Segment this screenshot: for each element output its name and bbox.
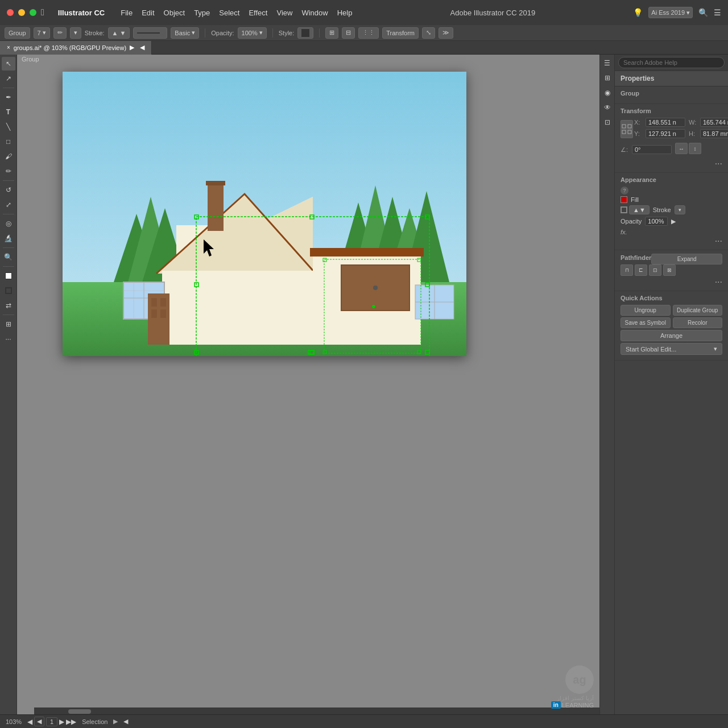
question-icon[interactable]: ? [621, 187, 628, 195]
menu-effect[interactable]: Effect [249, 9, 267, 17]
ungroup-btn[interactable]: Ungroup [621, 305, 671, 316]
layer-num-btn[interactable]: 7 ▾ [34, 27, 50, 39]
layers-icon-btn[interactable]: ☰ [601, 57, 614, 69]
zoom-display[interactable]: 103% [6, 718, 22, 725]
direct-select-tool[interactable]: ↗ [2, 72, 15, 85]
pf-exclude-btn[interactable]: ⊠ [663, 264, 676, 276]
stroke-btn[interactable] [2, 284, 15, 297]
stroke-color-btn[interactable] [133, 27, 167, 39]
w-value[interactable]: 165.744 r [700, 118, 728, 127]
distribute-btn[interactable]: ⋮⋮ [358, 27, 379, 39]
swap-btn[interactable]: ⇄ [2, 299, 15, 312]
search-input[interactable] [618, 57, 725, 68]
paintbrush-tool[interactable]: 🖌 [2, 150, 15, 163]
pencil-tool[interactable]: ✏ [2, 164, 15, 178]
scroll-left-status[interactable]: ◀ [123, 718, 128, 725]
menu-type[interactable]: Type [194, 9, 210, 17]
close-button[interactable] [7, 9, 14, 16]
angle-value[interactable]: 0° [632, 145, 672, 154]
select-tool[interactable]: ↖ [2, 57, 15, 71]
arrange-btn[interactable]: Arrange [621, 330, 722, 341]
fx-label[interactable]: fx. [621, 229, 627, 235]
stroke-profile-btn[interactable]: ▾ [675, 205, 685, 214]
line-tool[interactable]: ╲ [2, 120, 15, 134]
menu-help[interactable]: Help [337, 9, 353, 17]
blend-tool[interactable]: ◎ [2, 217, 15, 230]
expand-btn[interactable]: Expand [651, 254, 722, 264]
pathfinder-more-icon[interactable]: ··· [715, 277, 722, 287]
rotate-tool[interactable]: ↺ [2, 183, 15, 197]
tab-close-btn[interactable]: × [7, 44, 10, 51]
appearance-more[interactable]: ··· [621, 236, 722, 246]
recolor-btn[interactable]: Recolor [673, 317, 723, 328]
scroll-thumb[interactable] [68, 709, 91, 714]
align-btn[interactable]: ⊟ [342, 27, 355, 39]
menu-window[interactable]: Window [301, 9, 328, 17]
pf-minus-front-btn[interactable]: ⊏ [635, 264, 647, 276]
save-as-symbol-btn[interactable]: Save as Symbol [621, 317, 671, 328]
next-next-btn[interactable]: ▶▶ [66, 718, 76, 726]
warp-btn[interactable]: ⤡ [422, 27, 435, 39]
eyedropper-tool[interactable]: 🔬 [2, 231, 15, 245]
appearance-more-icon[interactable]: ··· [715, 236, 722, 246]
stroke-weight-btn[interactable]: ▲ ▼ [108, 27, 130, 39]
flip-h-btn[interactable]: ↔ [675, 143, 688, 154]
more-btn[interactable]: ≫ [439, 27, 453, 39]
transform-icon-btn[interactable]: X: 148.551 n W: 165.744 r Y: 127.921 n H… [621, 118, 722, 140]
x-value[interactable]: 148.551 n [646, 118, 685, 127]
stroke-up-down[interactable]: ▲▼ [629, 205, 650, 214]
page-input[interactable]: 1 [46, 717, 57, 726]
fill-label[interactable]: Fill [631, 196, 639, 203]
prev-page-btn[interactable]: ◀ [27, 718, 32, 726]
pf-unite-btn[interactable]: ⊓ [621, 264, 633, 276]
pen-tool[interactable]: ✒ [2, 90, 15, 104]
properties-icon-btn[interactable]: ⊞ [601, 72, 614, 84]
eye-icon-btn[interactable]: 👁 [601, 101, 614, 114]
cc-libraries-icon-btn[interactable]: ◉ [601, 86, 614, 99]
svg-rect-26 [148, 293, 169, 345]
menu-icon[interactable]: ☰ [714, 8, 721, 17]
menu-select[interactable]: Select [219, 9, 239, 17]
edit-path-btn[interactable]: ✏ [53, 27, 67, 39]
workspace-selector[interactable]: Ai Ess 2019 ▾ [648, 7, 693, 18]
page-num-btn[interactable]: ◀ [34, 717, 44, 726]
menu-file[interactable]: File [121, 9, 133, 17]
chevron-btn[interactable]: ▾ [70, 27, 81, 39]
stroke-label[interactable]: Stroke [653, 206, 671, 213]
group-section-title: Group [621, 90, 722, 97]
maximize-button[interactable] [30, 9, 36, 16]
artboard-tool[interactable]: ⊞ [2, 317, 15, 331]
opacity-value-btn[interactable]: 100% ▾ [238, 27, 267, 39]
menu-view[interactable]: View [276, 9, 292, 17]
horizontal-scrollbar[interactable] [34, 708, 599, 714]
rect-tool[interactable]: □ [2, 135, 15, 148]
opacity-expand-icon[interactable]: ▶ [671, 218, 676, 225]
start-global-edit-btn[interactable]: Start Global Edit... ▾ [621, 343, 722, 355]
more-icon[interactable]: ··· [715, 159, 722, 168]
y-value[interactable]: 127.921 n [646, 129, 685, 138]
more-tools-btn[interactable]: ··· [2, 332, 15, 346]
minimize-button[interactable] [18, 9, 25, 16]
stroke-style-btn[interactable]: Basic ▾ [171, 27, 199, 39]
search-icon[interactable]: 🔍 [698, 8, 708, 17]
transform-btn[interactable]: Transform [382, 27, 419, 39]
zoom-tool[interactable]: 🔍 [2, 250, 15, 264]
pf-intersect-btn[interactable]: ⊡ [649, 264, 661, 276]
next-page-btn[interactable]: ▶ [59, 718, 64, 726]
opacity-value-display[interactable]: 100% [645, 217, 668, 226]
grid-btn[interactable]: ⊞ [325, 27, 338, 39]
style-swatch-btn[interactable] [297, 27, 313, 39]
lightbulb-icon[interactable]: 💡 [633, 8, 643, 17]
pathfinder-more[interactable]: ··· [621, 277, 722, 287]
type-tool[interactable]: T [2, 105, 15, 119]
h-value[interactable]: 81.87 mm [700, 129, 728, 138]
file-tab[interactable]: × groups.ai* @ 103% (RGB/GPU Preview) ▶ … [0, 41, 152, 55]
fill-btn[interactable] [2, 269, 15, 283]
more-options[interactable]: ··· [621, 159, 722, 169]
menu-edit[interactable]: Edit [142, 9, 154, 17]
duplicate-group-btn[interactable]: Duplicate Group [673, 305, 723, 316]
scale-tool[interactable]: ⤢ [2, 198, 15, 212]
menu-object[interactable]: Object [164, 9, 185, 17]
flip-v-btn[interactable]: ↕ [689, 143, 701, 154]
artboards-icon-btn[interactable]: ⊡ [601, 116, 614, 129]
